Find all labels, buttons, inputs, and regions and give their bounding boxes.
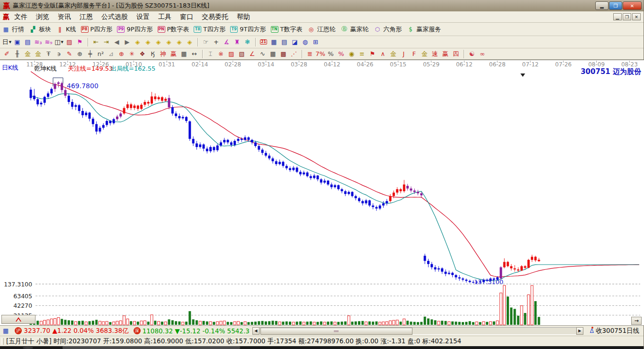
golden-segment-icon[interactable]: 金 — [388, 49, 398, 58]
chip-distribution-icon[interactable]: ▨ — [64, 37, 74, 46]
span-arrows-icon[interactable]: ↔ — [189, 49, 199, 58]
scrollbar-thumb[interactable] — [260, 328, 412, 335]
trend-angle-icon[interactable]: ∠ — [247, 49, 257, 58]
angle-ruler-icon[interactable]: ⊿ — [106, 49, 116, 58]
dense-grid-icon[interactable]: ▦ — [179, 49, 189, 58]
menu-item-9[interactable]: 帮助 — [237, 13, 250, 21]
angle-measure-icon[interactable]: ∡ — [222, 37, 232, 46]
square-star-icon[interactable]: ❖ — [137, 49, 147, 58]
ruler-grid-icon[interactable]: ╪ — [85, 49, 95, 58]
restore-button[interactable]: ❐ — [609, 1, 622, 10]
prev-bar-icon[interactable]: ◀ — [112, 37, 122, 46]
pen-tool-icon[interactable]: ✐ — [2, 49, 12, 58]
star-rays-icon[interactable]: ✳ — [127, 49, 137, 58]
n2-grid-icon[interactable]: n² — [96, 49, 106, 58]
box-fan-icon[interactable]: ▨ — [226, 49, 236, 58]
menu-item-3[interactable]: 江恩 — [80, 13, 93, 21]
grid-red-icon[interactable]: ▩ — [278, 49, 288, 58]
beam-tool-icon[interactable]: ⌶ — [206, 49, 215, 58]
time-circle-icon[interactable]: ⊕ — [75, 49, 85, 58]
zigzag-icon[interactable]: ∿ — [258, 49, 268, 58]
compress-horizontal-icon[interactable]: ◈ — [164, 37, 174, 46]
golden-levels-icon[interactable]: ≡ — [357, 49, 367, 58]
parallel-lines-icon[interactable]: ⋰ — [289, 49, 299, 58]
volume-pane-toggle-button[interactable] — [1, 315, 36, 324]
nine-p-square-button[interactable]: P99P四方形 — [117, 25, 152, 34]
p-table-button[interactable]: PNP数字表 — [158, 25, 189, 34]
expand-vertical-icon[interactable]: ◈ — [174, 37, 184, 46]
k-notation-icon[interactable]: Ӄ — [148, 49, 158, 58]
tile-window-icon[interactable]: ▣ — [12, 37, 22, 46]
yinyang-icon[interactable]: ☯ — [467, 49, 477, 58]
golden-line-icon[interactable]: 金 — [420, 49, 429, 58]
quotes-button[interactable]: ▦行情 — [2, 25, 24, 34]
castle-tool-icon[interactable]: ♜ — [232, 37, 242, 46]
child-minimize-button[interactable]: ▁ — [613, 13, 622, 20]
menu-item-0[interactable]: 文件 — [14, 13, 27, 21]
wave-9-icon[interactable]: ≋₉ — [44, 37, 54, 46]
shen-grid-icon[interactable]: 神 — [158, 49, 168, 58]
scroll-right-arrow[interactable]: ▶ — [576, 327, 583, 335]
chart-scroll-right-button[interactable]: → — [631, 317, 642, 325]
horizontal-scrollbar[interactable]: ◀ ▶ — [252, 327, 583, 335]
f-grid-icon[interactable]: Ŧ — [44, 49, 54, 58]
calculator-icon[interactable]: ▦ — [269, 37, 279, 46]
f-line-icon[interactable]: F — [409, 49, 419, 58]
percent-ref-icon[interactable]: % — [336, 49, 346, 58]
menu-item-7[interactable]: 窗口 — [180, 13, 193, 21]
scrollbar-track[interactable] — [259, 327, 576, 335]
list-view-icon[interactable]: ▤ — [23, 37, 33, 46]
wave-3-icon[interactable]: ≋₃ — [33, 37, 43, 46]
quad-line-icon[interactable]: 四 — [451, 49, 461, 58]
save-web-icon[interactable]: ◍ — [300, 37, 310, 46]
sectors-button[interactable]: ▞板块 — [29, 25, 51, 34]
zoom-in-horizontal-icon[interactable]: ◈ — [143, 37, 153, 46]
candle-style-button[interactable]: ◫▼ — [54, 37, 64, 46]
j-line-icon[interactable]: J — [399, 49, 409, 58]
menu-item-5[interactable]: 设置 — [136, 13, 150, 21]
export-icon[interactable]: ⊞ — [311, 37, 321, 46]
expand-horizontal-icon[interactable]: ◈ — [153, 37, 163, 46]
menu-item-1[interactable]: 浏览 — [36, 13, 49, 21]
minimize-button[interactable]: ▂ — [595, 1, 608, 10]
period-day-button[interactable]: 日▼ — [2, 37, 12, 46]
box-fan2-icon[interactable]: ▧ — [237, 49, 247, 58]
brush-tool-icon[interactable]: ✎ — [64, 49, 74, 58]
kline-chart-canvas[interactable] — [0, 60, 644, 326]
crosshair-icon[interactable]: + — [211, 37, 221, 46]
grid-black-icon[interactable]: ▦ — [268, 49, 278, 58]
t-square-button[interactable]: T8T四方形 — [194, 25, 225, 34]
calendar-21-icon[interactable]: 21 — [259, 37, 268, 46]
ying-grid-icon[interactable]: 赢 — [169, 49, 179, 58]
jump-first-icon[interactable]: ⇤ — [91, 37, 101, 46]
winner-service-button[interactable]: $赢家服务 — [406, 25, 441, 34]
chart-area[interactable]: 11-2812-1212-2601-1001-3102-1402-2803-14… — [0, 60, 644, 325]
child-close-button[interactable]: ✕ — [632, 13, 641, 20]
winner-wheel-button[interactable]: Ⓑ赢家轮 — [340, 25, 368, 34]
menu-item-6[interactable]: 工具 — [158, 13, 171, 21]
child-restore-button[interactable]: ❐ — [623, 13, 631, 20]
flag-marker-icon[interactable]: ⚑ — [75, 37, 85, 46]
swing-tool-icon[interactable]: ∧ — [378, 49, 388, 58]
compress-vertical-icon[interactable]: ◈ — [185, 37, 195, 46]
gann-grid-icon[interactable]: ╫ — [12, 49, 22, 58]
p-square-button[interactable]: P8P四方形 — [81, 25, 113, 34]
gann-wheel-button[interactable]: ◎江恩轮 — [307, 25, 335, 34]
price-marker-icon[interactable]: ⚑ — [367, 49, 377, 58]
speed-line-icon[interactable]: 速 — [430, 49, 440, 58]
drag-hand-icon[interactable]: ☞ — [201, 37, 211, 46]
next-bar-icon[interactable]: ▶ — [122, 37, 132, 46]
quote-table-icon[interactable]: ▦ — [3, 327, 9, 334]
kline-button[interactable]: ǁK线 — [56, 25, 76, 34]
win-line-icon[interactable]: 赢 — [440, 49, 450, 58]
golden-grid2-icon[interactable]: 金 — [33, 49, 43, 58]
nine-t-square-button[interactable]: T99T四方形 — [230, 25, 266, 34]
infinity-icon[interactable]: ∞ — [477, 49, 487, 58]
t-table-button[interactable]: TNT数字表 — [271, 25, 303, 34]
scroll-left-arrow[interactable]: ◀ — [252, 327, 259, 335]
spiral-tool-icon[interactable]: ϶ — [54, 49, 64, 58]
percent7-icon[interactable]: 7% — [315, 49, 325, 58]
menu-item-4[interactable]: 公式选股 — [101, 13, 128, 21]
mind-map-icon[interactable]: ❃ — [242, 37, 252, 46]
rays-fan-icon[interactable]: ※ — [216, 49, 226, 58]
